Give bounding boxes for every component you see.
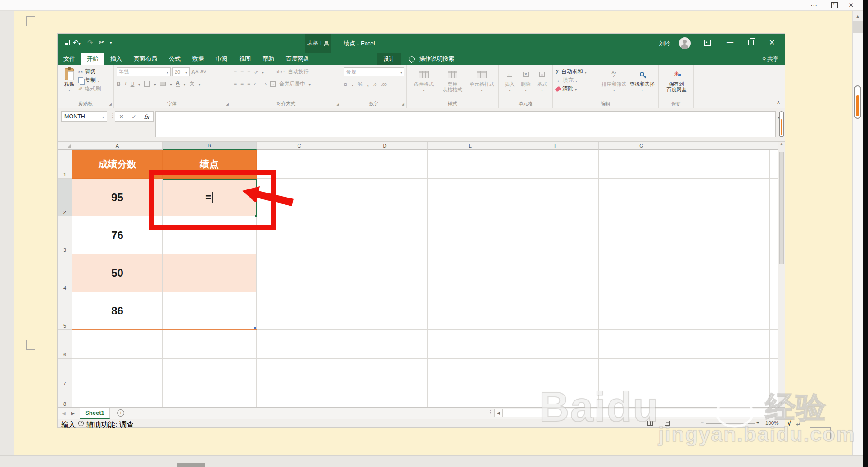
accessibility-status[interactable]: 辅助功能: 调查 bbox=[86, 420, 134, 430]
table-resize-handle[interactable] bbox=[254, 327, 256, 329]
prev-sheet-icon[interactable]: ◀ bbox=[62, 411, 66, 416]
increase-indent-icon[interactable]: ⇒ bbox=[262, 81, 267, 87]
sheet-tab-sheet1[interactable]: Sheet1 bbox=[80, 408, 110, 419]
save-to-netdisk-button[interactable]: ✳ 保存到百度网盘 bbox=[661, 67, 692, 93]
ribbon-display-options-icon[interactable] bbox=[704, 40, 711, 46]
undo-icon[interactable]: ↶▾ bbox=[73, 39, 81, 47]
align-top-icon[interactable]: ≡ bbox=[234, 69, 237, 75]
viewer-close-icon[interactable]: ✕ bbox=[848, 1, 854, 9]
column-header-b[interactable]: B bbox=[163, 142, 257, 150]
bold-button[interactable]: B bbox=[117, 81, 121, 87]
sort-filter-button[interactable]: A▾Z 排序和筛选 bbox=[600, 67, 628, 100]
font-color-icon[interactable]: A bbox=[176, 81, 180, 87]
conditional-formatting-button[interactable]: 条件格式 bbox=[409, 67, 438, 100]
minimize-icon[interactable]: — bbox=[727, 38, 733, 45]
collapse-ribbon-icon[interactable]: ∧ bbox=[777, 99, 780, 105]
close-icon[interactable]: ✕ bbox=[769, 38, 775, 47]
row-header-7[interactable]: 7 bbox=[58, 359, 72, 387]
tell-me-search[interactable]: 操作说明搜索 bbox=[417, 53, 456, 65]
column-header-c[interactable]: C bbox=[257, 142, 342, 150]
wrap-text-button[interactable]: 自动换行 bbox=[288, 68, 309, 75]
sheet-scroll-thumb[interactable] bbox=[779, 152, 784, 264]
row-header-1[interactable]: 1 bbox=[58, 150, 72, 179]
fill-color-icon[interactable] bbox=[160, 82, 166, 86]
scroll-up-button[interactable]: ▲ bbox=[852, 11, 863, 21]
align-middle-icon[interactable]: ≡ bbox=[240, 69, 244, 75]
comma-style-icon[interactable]: , bbox=[367, 81, 368, 88]
formula-input[interactable]: = bbox=[155, 111, 776, 137]
row-header-3[interactable]: 3 bbox=[58, 216, 72, 254]
align-bottom-icon[interactable]: ≡ bbox=[247, 69, 250, 75]
cell-a1[interactable]: 成绩分数 bbox=[72, 150, 163, 179]
qat-customize-icon[interactable]: ▾ bbox=[110, 40, 112, 45]
row-header-2[interactable]: 2 bbox=[58, 179, 72, 216]
cell-a5[interactable]: 86 bbox=[72, 292, 163, 330]
tab-page-layout[interactable]: 页面布局 bbox=[128, 53, 163, 65]
save-icon[interactable] bbox=[64, 40, 70, 45]
cell-b5[interactable] bbox=[163, 292, 257, 330]
row-header-4[interactable]: 4 bbox=[58, 254, 72, 292]
zoom-out-icon[interactable]: − bbox=[701, 420, 704, 426]
user-name[interactable]: 刘玲 bbox=[659, 40, 670, 48]
number-format-select[interactable]: 常规 bbox=[344, 67, 404, 76]
borders-icon[interactable] bbox=[144, 81, 150, 87]
accounting-format-icon[interactable]: ¤ bbox=[344, 81, 347, 88]
format-painter-button[interactable]: ✐格式刷 bbox=[78, 85, 101, 93]
avatar[interactable] bbox=[679, 37, 691, 49]
merge-center-button[interactable]: 合并后居中 bbox=[279, 81, 305, 87]
tab-insert[interactable]: 插入 bbox=[104, 53, 128, 65]
scissors-icon[interactable]: ✂ bbox=[99, 39, 104, 46]
insert-cells-button[interactable]: ← 插入 bbox=[502, 67, 518, 100]
cancel-entry-icon[interactable]: ✕ bbox=[119, 113, 124, 120]
cut-button[interactable]: ✂剪切 bbox=[78, 67, 101, 76]
decrease-indent-icon[interactable]: ⇐ bbox=[254, 81, 258, 87]
tab-review[interactable]: 审阅 bbox=[210, 53, 233, 65]
find-select-button[interactable]: 查找和选择 bbox=[628, 67, 656, 100]
next-sheet-icon[interactable]: ▶ bbox=[71, 411, 75, 416]
format-cells-button[interactable]: ↔ 格式 bbox=[534, 67, 550, 100]
new-sheet-icon[interactable]: + bbox=[117, 409, 124, 417]
tab-formulas[interactable]: 公式 bbox=[163, 53, 186, 65]
column-header-f[interactable]: F bbox=[513, 142, 599, 150]
shrink-font-icon[interactable]: A˅ bbox=[200, 69, 206, 74]
zoom-slider[interactable] bbox=[706, 423, 755, 424]
zoom-level[interactable]: 100% bbox=[765, 420, 778, 426]
cell-a3[interactable]: 76 bbox=[72, 216, 163, 254]
viewer-vertical-scrollbar[interactable] bbox=[852, 11, 863, 467]
restore-icon[interactable] bbox=[748, 40, 754, 45]
fill-button[interactable]: ↓填充 bbox=[556, 76, 600, 85]
tab-home[interactable]: 开始 bbox=[81, 53, 104, 65]
column-header-a[interactable]: A bbox=[72, 142, 163, 150]
cell-a2[interactable]: 95 bbox=[72, 179, 163, 216]
name-box[interactable]: MONTH bbox=[61, 111, 107, 122]
cell-b4[interactable] bbox=[163, 254, 257, 292]
italic-button[interactable]: I bbox=[125, 81, 127, 87]
tab-baidu-netdisk[interactable]: 百度网盘 bbox=[280, 53, 315, 65]
tab-file[interactable]: 文件 bbox=[58, 53, 81, 65]
alignment-dialog-launcher-icon[interactable] bbox=[337, 103, 339, 106]
underline-button[interactable]: U bbox=[131, 81, 135, 87]
paste-button[interactable]: 粘贴 bbox=[60, 67, 78, 94]
insert-function-icon[interactable]: fx bbox=[144, 113, 149, 120]
tab-design[interactable]: 设计 bbox=[377, 53, 401, 65]
sheet-vertical-scrollbar[interactable]: ▲▼ bbox=[778, 142, 785, 407]
align-left-icon[interactable]: ≡ bbox=[234, 81, 237, 87]
confirm-entry-icon[interactable]: ✓ bbox=[131, 113, 136, 120]
normal-view-icon[interactable] bbox=[647, 421, 653, 426]
cell-a4[interactable]: 50 bbox=[72, 254, 163, 292]
share-button[interactable]: 共享 bbox=[762, 55, 778, 63]
autosum-button[interactable]: Σ自动求和 bbox=[556, 67, 600, 76]
clear-button[interactable]: 清除 bbox=[556, 85, 600, 93]
orientation-icon[interactable]: ⇗ bbox=[254, 69, 258, 75]
align-right-icon[interactable]: ≡ bbox=[247, 81, 250, 87]
pop-out-window-icon[interactable] bbox=[831, 2, 838, 8]
delete-cells-button[interactable]: ✕ 删除 bbox=[518, 67, 534, 100]
hscroll-left-icon[interactable]: ◀ bbox=[494, 409, 502, 417]
more-options-icon[interactable]: ⋯ bbox=[810, 1, 818, 9]
column-header-g[interactable]: G bbox=[599, 142, 684, 150]
tab-splitter[interactable]: ⋮ bbox=[488, 409, 493, 415]
clipboard-dialog-launcher-icon[interactable] bbox=[109, 103, 112, 106]
tab-help[interactable]: 帮助 bbox=[257, 53, 280, 65]
font-name-select[interactable]: 等线 bbox=[117, 67, 171, 76]
sheet-horizontal-scrollbar[interactable] bbox=[502, 409, 767, 417]
